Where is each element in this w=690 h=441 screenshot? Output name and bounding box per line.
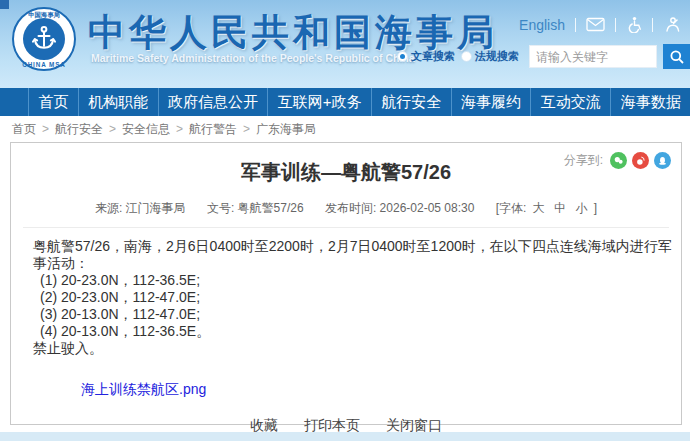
- nav-item-compliance[interactable]: 海事履约: [451, 88, 531, 116]
- body-point-2: (2) 20-23.0N，112-47.0E;: [33, 289, 681, 306]
- article-search-label[interactable]: 文章搜索: [411, 49, 455, 64]
- radio-unselected-icon[interactable]: [461, 51, 472, 62]
- english-link[interactable]: English: [519, 17, 565, 33]
- qq-icon[interactable]: [654, 152, 671, 169]
- breadcrumb-guangdong-msa[interactable]: 广东海事局: [237, 121, 316, 138]
- weibo-icon[interactable]: [632, 152, 649, 169]
- print-button[interactable]: 打印本页: [304, 417, 360, 433]
- anchor-icon: [23, 18, 65, 60]
- body-point-4: (4) 20-13.0N，112-36.5E。: [33, 323, 681, 340]
- footer-strip: [0, 432, 690, 441]
- site-subtitle: Maritime Safety Administration of the Pe…: [91, 52, 415, 64]
- body-prohibition: 禁止驶入。: [33, 340, 681, 357]
- wechat-icon[interactable]: [610, 152, 627, 169]
- msa-logo[interactable]: 中国海事局 CHINA MSA: [12, 7, 76, 71]
- article-meta: 来源: 江门海事局 文号: 粤航警57/26 发布时间: 2026-02-05 …: [11, 200, 681, 217]
- breadcrumb-home[interactable]: 首页: [12, 121, 36, 138]
- article-search-radio[interactable]: 文章搜索: [397, 49, 455, 64]
- font-size-small[interactable]: 小: [575, 201, 587, 215]
- search-icon: [669, 49, 685, 65]
- breadcrumb-nav-warning[interactable]: 航行警告: [170, 121, 237, 138]
- regulation-search-label[interactable]: 法规搜索: [475, 49, 519, 64]
- search-button[interactable]: [663, 44, 690, 69]
- nav-item-gov-info[interactable]: 政府信息公开: [158, 88, 268, 116]
- breadcrumb: 首页 航行安全 安全信息 航行警告 广东海事局: [12, 121, 316, 138]
- nav-item-interaction[interactable]: 互动交流: [530, 88, 610, 116]
- utility-bar: English: [519, 16, 680, 33]
- font-size-control: [字体: 大 中 小 ]: [496, 201, 597, 215]
- nav-item-internet-gov[interactable]: 互联网+政务: [267, 88, 371, 116]
- site-header: 中国海事局 CHINA MSA 中华人民共和国海事局 Maritime Safe…: [0, 0, 690, 88]
- meta-divider: [23, 227, 669, 228]
- separator: [575, 18, 576, 32]
- regulation-search-radio[interactable]: 法规搜索: [461, 49, 519, 64]
- meta-publish-time: 发布时间: 2026-02-05 08:30: [325, 201, 474, 215]
- logo-bottom-text: CHINA MSA: [17, 61, 71, 67]
- attachment-link[interactable]: 海上训练禁航区.png: [81, 381, 206, 399]
- breadcrumb-safety-info[interactable]: 安全信息: [103, 121, 170, 138]
- nav-item-home[interactable]: 首页: [28, 88, 78, 116]
- search-input[interactable]: [529, 45, 657, 68]
- nav-item-nav-safety[interactable]: 航行安全: [371, 88, 451, 116]
- corner-decoration: [0, 0, 9, 9]
- mail-icon[interactable]: [586, 17, 605, 32]
- body-point-3: (3) 20-13.0N，112-47.0E;: [33, 306, 681, 323]
- font-size-large[interactable]: 大: [533, 201, 545, 215]
- article-container: 分享到: 军事训练—粤航警57/26 来源: 江门海事局 文号: 粤航警57/2…: [10, 142, 682, 425]
- body-point-1: (1) 20-23.0N，112-36.5E;: [33, 272, 681, 289]
- share-bar: 分享到:: [564, 152, 671, 169]
- nav-item-data[interactable]: 海事数据: [610, 88, 690, 116]
- body-intro: 粤航警57/26，南海，2月6日0400时至2200时，2月7日0400时至12…: [33, 238, 681, 272]
- radio-selected-icon[interactable]: [397, 51, 408, 62]
- search-bar: 文章搜索 法规搜索: [397, 44, 690, 69]
- article-body: 粤航警57/26，南海，2月6日0400时至2200时，2月7日0400时至12…: [33, 238, 681, 357]
- share-label: 分享到:: [564, 152, 603, 169]
- meta-doc-number: 文号: 粤航警57/26: [207, 201, 304, 215]
- font-size-medium[interactable]: 中: [554, 201, 566, 215]
- font-size-bracket-close: ]: [594, 201, 597, 215]
- separator: [615, 18, 616, 32]
- user-icon[interactable]: [663, 16, 680, 33]
- accessibility-icon[interactable]: [626, 16, 642, 33]
- font-size-label: [字体:: [496, 201, 527, 215]
- main-nav: 首页 机构职能 政府信息公开 互联网+政务 航行安全 海事履约 互动交流 海事数…: [0, 88, 690, 116]
- nav-spacer: [0, 88, 28, 116]
- separator: [652, 18, 653, 32]
- favorite-button[interactable]: 收藏: [250, 417, 278, 433]
- close-window-button[interactable]: 关闭窗口: [386, 417, 442, 433]
- nav-item-functions[interactable]: 机构职能: [78, 88, 158, 116]
- breadcrumb-nav-safety[interactable]: 航行安全: [36, 121, 103, 138]
- meta-source: 来源: 江门海事局: [95, 201, 186, 215]
